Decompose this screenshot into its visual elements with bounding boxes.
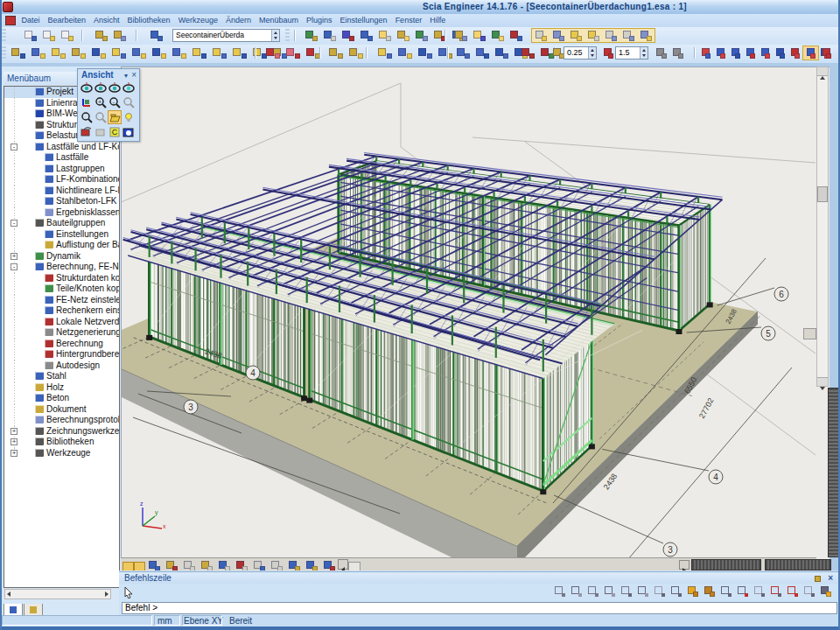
svg-text:y: y xyxy=(155,509,158,516)
svg-text:3: 3 xyxy=(188,402,193,412)
svg-text:z: z xyxy=(140,500,144,507)
svg-text:-: - xyxy=(113,99,116,105)
svg-text:5: 5 xyxy=(766,329,771,339)
svg-text:4: 4 xyxy=(713,472,718,482)
svg-text:6: 6 xyxy=(779,290,784,299)
svg-text:x: x xyxy=(163,523,166,529)
svg-text:3: 3 xyxy=(668,545,673,555)
svg-text:+: + xyxy=(98,99,102,105)
svg-text:4: 4 xyxy=(250,368,256,378)
svg-text:C: C xyxy=(112,128,118,136)
